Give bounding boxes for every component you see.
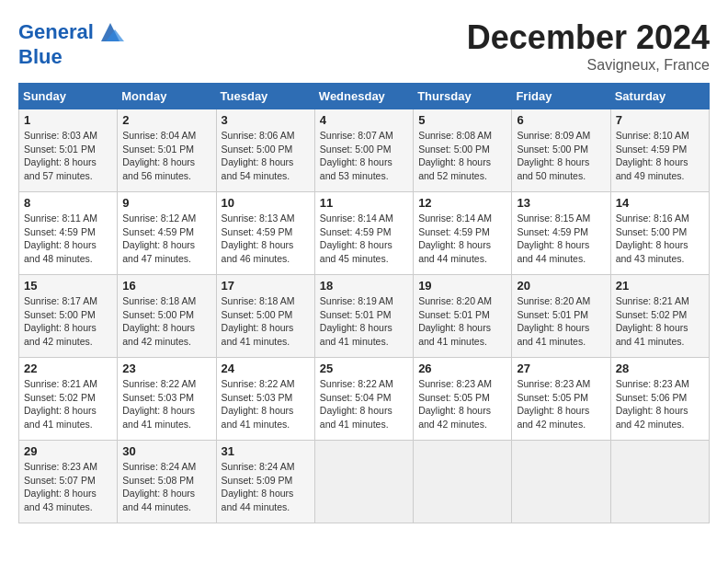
day-number: 28 bbox=[616, 362, 704, 375]
day-info: Sunrise: 8:10 AM Sunset: 4:59 PM Dayligh… bbox=[616, 129, 704, 183]
calendar-cell: 1Sunrise: 8:03 AM Sunset: 5:01 PM Daylig… bbox=[19, 109, 118, 192]
calendar-cell: 17Sunrise: 8:18 AM Sunset: 5:00 PM Dayli… bbox=[216, 275, 314, 358]
calendar-body: 1Sunrise: 8:03 AM Sunset: 5:01 PM Daylig… bbox=[19, 109, 710, 523]
day-number: 18 bbox=[320, 279, 408, 293]
day-number: 22 bbox=[24, 362, 112, 375]
calendar-cell: 2Sunrise: 8:04 AM Sunset: 5:01 PM Daylig… bbox=[118, 109, 216, 192]
day-number: 15 bbox=[24, 279, 112, 293]
day-number: 19 bbox=[418, 279, 506, 293]
day-info: Sunrise: 8:17 AM Sunset: 5:00 PM Dayligh… bbox=[24, 294, 112, 349]
day-info: Sunrise: 8:04 AM Sunset: 5:01 PM Dayligh… bbox=[122, 129, 210, 183]
logo: General Blue bbox=[18, 18, 124, 68]
calendar-table: SundayMondayTuesdayWednesdayThursdayFrid… bbox=[18, 83, 710, 523]
day-info: Sunrise: 8:11 AM Sunset: 4:59 PM Dayligh… bbox=[24, 212, 112, 266]
calendar-cell: 22Sunrise: 8:21 AM Sunset: 5:02 PM Dayli… bbox=[19, 358, 118, 441]
day-info: Sunrise: 8:21 AM Sunset: 5:02 PM Dayligh… bbox=[616, 294, 704, 349]
week-row-4: 22Sunrise: 8:21 AM Sunset: 5:02 PM Dayli… bbox=[19, 358, 710, 441]
calendar-cell: 29Sunrise: 8:23 AM Sunset: 5:07 PM Dayli… bbox=[19, 441, 118, 523]
calendar-cell bbox=[314, 441, 413, 523]
day-number: 4 bbox=[320, 113, 408, 127]
day-number: 17 bbox=[222, 279, 310, 293]
calendar-cell: 25Sunrise: 8:22 AM Sunset: 5:04 PM Dayli… bbox=[314, 358, 413, 441]
day-number: 24 bbox=[222, 362, 310, 375]
calendar-cell: 27Sunrise: 8:23 AM Sunset: 5:05 PM Dayli… bbox=[512, 358, 610, 441]
day-number: 14 bbox=[616, 196, 704, 210]
calendar-cell: 21Sunrise: 8:21 AM Sunset: 5:02 PM Dayli… bbox=[610, 275, 709, 358]
day-number: 31 bbox=[222, 444, 310, 458]
calendar-cell: 23Sunrise: 8:22 AM Sunset: 5:03 PM Dayli… bbox=[118, 358, 216, 441]
day-number: 8 bbox=[24, 196, 112, 210]
weekday-saturday: Saturday bbox=[610, 84, 709, 109]
day-info: Sunrise: 8:23 AM Sunset: 5:05 PM Dayligh… bbox=[517, 377, 605, 431]
day-info: Sunrise: 8:13 AM Sunset: 4:59 PM Dayligh… bbox=[222, 212, 310, 266]
calendar-cell: 13Sunrise: 8:15 AM Sunset: 4:59 PM Dayli… bbox=[512, 192, 610, 275]
calendar-cell bbox=[414, 441, 512, 523]
calendar-cell: 5Sunrise: 8:08 AM Sunset: 5:00 PM Daylig… bbox=[414, 109, 512, 192]
day-info: Sunrise: 8:20 AM Sunset: 5:01 PM Dayligh… bbox=[517, 294, 605, 349]
week-row-5: 29Sunrise: 8:23 AM Sunset: 5:07 PM Dayli… bbox=[19, 441, 710, 523]
day-number: 29 bbox=[24, 444, 112, 458]
day-number: 16 bbox=[122, 279, 210, 293]
day-number: 9 bbox=[122, 196, 210, 210]
location: Savigneux, France bbox=[467, 57, 710, 74]
calendar-cell: 8Sunrise: 8:11 AM Sunset: 4:59 PM Daylig… bbox=[19, 192, 118, 275]
calendar-cell: 20Sunrise: 8:20 AM Sunset: 5:01 PM Dayli… bbox=[512, 275, 610, 358]
day-info: Sunrise: 8:23 AM Sunset: 5:07 PM Dayligh… bbox=[24, 460, 112, 514]
weekday-sunday: Sunday bbox=[19, 84, 118, 109]
week-row-2: 8Sunrise: 8:11 AM Sunset: 4:59 PM Daylig… bbox=[19, 192, 710, 275]
weekday-tuesday: Tuesday bbox=[216, 84, 314, 109]
weekday-friday: Friday bbox=[512, 84, 610, 109]
day-number: 10 bbox=[222, 196, 310, 210]
day-info: Sunrise: 8:07 AM Sunset: 5:00 PM Dayligh… bbox=[320, 129, 408, 183]
day-number: 12 bbox=[418, 196, 506, 210]
calendar-cell: 28Sunrise: 8:23 AM Sunset: 5:06 PM Dayli… bbox=[610, 358, 709, 441]
day-info: Sunrise: 8:18 AM Sunset: 5:00 PM Dayligh… bbox=[122, 294, 210, 349]
day-info: Sunrise: 8:16 AM Sunset: 5:00 PM Dayligh… bbox=[616, 212, 704, 266]
day-info: Sunrise: 8:14 AM Sunset: 4:59 PM Dayligh… bbox=[320, 212, 408, 266]
day-info: Sunrise: 8:15 AM Sunset: 4:59 PM Dayligh… bbox=[517, 212, 605, 266]
calendar-cell: 9Sunrise: 8:12 AM Sunset: 4:59 PM Daylig… bbox=[118, 192, 216, 275]
calendar-cell: 18Sunrise: 8:19 AM Sunset: 5:01 PM Dayli… bbox=[314, 275, 413, 358]
day-info: Sunrise: 8:23 AM Sunset: 5:06 PM Dayligh… bbox=[616, 377, 704, 431]
day-number: 26 bbox=[418, 362, 506, 375]
calendar-cell: 30Sunrise: 8:24 AM Sunset: 5:08 PM Dayli… bbox=[118, 441, 216, 523]
day-number: 5 bbox=[418, 113, 506, 127]
month-title: December 2024 bbox=[467, 18, 710, 57]
day-info: Sunrise: 8:24 AM Sunset: 5:08 PM Dayligh… bbox=[122, 460, 210, 514]
calendar-cell: 7Sunrise: 8:10 AM Sunset: 4:59 PM Daylig… bbox=[610, 109, 709, 192]
day-info: Sunrise: 8:22 AM Sunset: 5:03 PM Dayligh… bbox=[222, 377, 310, 431]
weekday-wednesday: Wednesday bbox=[314, 84, 413, 109]
day-number: 20 bbox=[517, 279, 605, 293]
day-number: 7 bbox=[616, 113, 704, 127]
week-row-3: 15Sunrise: 8:17 AM Sunset: 5:00 PM Dayli… bbox=[19, 275, 710, 358]
day-info: Sunrise: 8:23 AM Sunset: 5:05 PM Dayligh… bbox=[418, 377, 506, 431]
day-info: Sunrise: 8:18 AM Sunset: 5:00 PM Dayligh… bbox=[222, 294, 310, 349]
calendar-cell: 6Sunrise: 8:09 AM Sunset: 5:00 PM Daylig… bbox=[512, 109, 610, 192]
logo-icon bbox=[97, 18, 124, 46]
calendar-cell: 15Sunrise: 8:17 AM Sunset: 5:00 PM Dayli… bbox=[19, 275, 118, 358]
weekday-header-row: SundayMondayTuesdayWednesdayThursdayFrid… bbox=[19, 84, 710, 109]
day-number: 11 bbox=[320, 196, 408, 210]
day-info: Sunrise: 8:21 AM Sunset: 5:02 PM Dayligh… bbox=[24, 377, 112, 431]
calendar-cell: 3Sunrise: 8:06 AM Sunset: 5:00 PM Daylig… bbox=[216, 109, 314, 192]
day-info: Sunrise: 8:08 AM Sunset: 5:00 PM Dayligh… bbox=[418, 129, 506, 183]
day-info: Sunrise: 8:12 AM Sunset: 4:59 PM Dayligh… bbox=[122, 212, 210, 266]
title-block: December 2024 Savigneux, France bbox=[467, 18, 710, 74]
weekday-monday: Monday bbox=[118, 84, 216, 109]
day-number: 6 bbox=[517, 113, 605, 127]
day-info: Sunrise: 8:03 AM Sunset: 5:01 PM Dayligh… bbox=[24, 129, 112, 183]
calendar-cell: 26Sunrise: 8:23 AM Sunset: 5:05 PM Dayli… bbox=[414, 358, 512, 441]
calendar-cell bbox=[610, 441, 709, 523]
day-info: Sunrise: 8:14 AM Sunset: 4:59 PM Dayligh… bbox=[418, 212, 506, 266]
day-number: 30 bbox=[122, 444, 210, 458]
day-info: Sunrise: 8:09 AM Sunset: 5:00 PM Dayligh… bbox=[517, 129, 605, 183]
day-number: 23 bbox=[122, 362, 210, 375]
day-number: 3 bbox=[222, 113, 310, 127]
calendar-cell: 11Sunrise: 8:14 AM Sunset: 4:59 PM Dayli… bbox=[314, 192, 413, 275]
calendar-cell: 24Sunrise: 8:22 AM Sunset: 5:03 PM Dayli… bbox=[216, 358, 314, 441]
page-header: General Blue December 2024 Savigneux, Fr… bbox=[18, 18, 710, 74]
day-number: 25 bbox=[320, 362, 408, 375]
day-info: Sunrise: 8:24 AM Sunset: 5:09 PM Dayligh… bbox=[222, 460, 310, 514]
day-info: Sunrise: 8:22 AM Sunset: 5:03 PM Dayligh… bbox=[122, 377, 210, 431]
calendar-cell: 16Sunrise: 8:18 AM Sunset: 5:00 PM Dayli… bbox=[118, 275, 216, 358]
